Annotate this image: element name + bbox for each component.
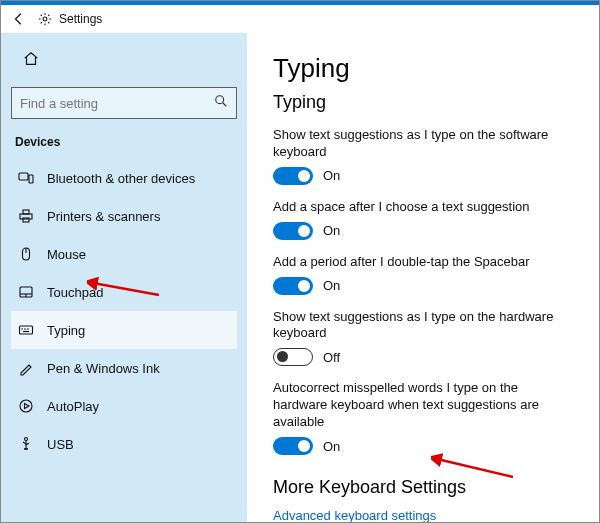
mouse-icon (17, 245, 35, 263)
svg-point-1 (216, 96, 224, 104)
toggle-hardware-suggestions[interactable] (273, 348, 313, 366)
advanced-keyboard-link[interactable]: Advanced keyboard settings (273, 508, 573, 523)
sidebar-item-pen[interactable]: Pen & Windows Ink (11, 349, 237, 387)
sidebar-item-label: Bluetooth & other devices (47, 171, 195, 186)
content-pane: Typing Typing Show text suggestions as I… (247, 33, 599, 523)
section-heading-more: More Keyboard Settings (273, 477, 573, 498)
setting-label: Add a space after I choose a text sugges… (273, 199, 573, 216)
touchpad-icon (17, 283, 35, 301)
section-header: Devices (15, 135, 237, 149)
printer-icon (17, 207, 35, 225)
window-title: Settings (59, 12, 102, 26)
toggle-state: On (323, 278, 340, 293)
setting-label: Autocorrect misspelled words I type on t… (273, 380, 573, 431)
svg-point-0 (43, 17, 47, 21)
sidebar-item-label: AutoPlay (47, 399, 99, 414)
sidebar-item-mouse[interactable]: Mouse (11, 235, 237, 273)
sidebar-item-label: Typing (47, 323, 85, 338)
sidebar-item-label: Touchpad (47, 285, 103, 300)
setting-label: Show text suggestions as I type on the h… (273, 309, 573, 343)
devices-icon (17, 169, 35, 187)
svg-rect-6 (23, 210, 29, 214)
autoplay-icon (17, 397, 35, 415)
usb-icon (17, 435, 35, 453)
svg-rect-13 (20, 326, 33, 334)
toggle-add-period[interactable] (273, 277, 313, 295)
keyboard-icon (17, 321, 35, 339)
settings-gear-icon (37, 11, 53, 27)
setting-label: Show text suggestions as I type on the s… (273, 127, 573, 161)
search-input[interactable] (20, 96, 214, 111)
sidebar-item-label: Mouse (47, 247, 86, 262)
sidebar-item-typing[interactable]: Typing (11, 311, 237, 349)
sidebar-item-touchpad[interactable]: Touchpad (11, 273, 237, 311)
sidebar-item-label: Printers & scanners (47, 209, 160, 224)
sidebar-item-bluetooth[interactable]: Bluetooth & other devices (11, 159, 237, 197)
svg-rect-4 (29, 175, 33, 183)
pen-icon (17, 359, 35, 377)
setting-label: Add a period after I double-tap the Spac… (273, 254, 573, 271)
sidebar-item-label: USB (47, 437, 74, 452)
section-heading-typing: Typing (273, 92, 573, 113)
sidebar-item-autoplay[interactable]: AutoPlay (11, 387, 237, 425)
toggle-state: On (323, 439, 340, 454)
home-button[interactable] (15, 43, 47, 75)
svg-line-2 (223, 103, 227, 107)
svg-point-19 (25, 438, 28, 441)
toggle-autocorrect[interactable] (273, 437, 313, 455)
toggle-state: On (323, 168, 340, 183)
sidebar: Devices Bluetooth & other devices Printe… (1, 33, 247, 523)
search-box[interactable] (11, 87, 237, 119)
back-button[interactable] (7, 7, 31, 31)
sidebar-item-printers[interactable]: Printers & scanners (11, 197, 237, 235)
svg-rect-3 (19, 173, 28, 180)
toggle-state: Off (323, 350, 340, 365)
page-title: Typing (273, 53, 573, 84)
sidebar-item-usb[interactable]: USB (11, 425, 237, 463)
sidebar-item-label: Pen & Windows Ink (47, 361, 160, 376)
toggle-state: On (323, 223, 340, 238)
search-icon (214, 94, 228, 112)
toggle-add-space[interactable] (273, 222, 313, 240)
toggle-software-suggestions[interactable] (273, 167, 313, 185)
svg-point-18 (20, 400, 32, 412)
